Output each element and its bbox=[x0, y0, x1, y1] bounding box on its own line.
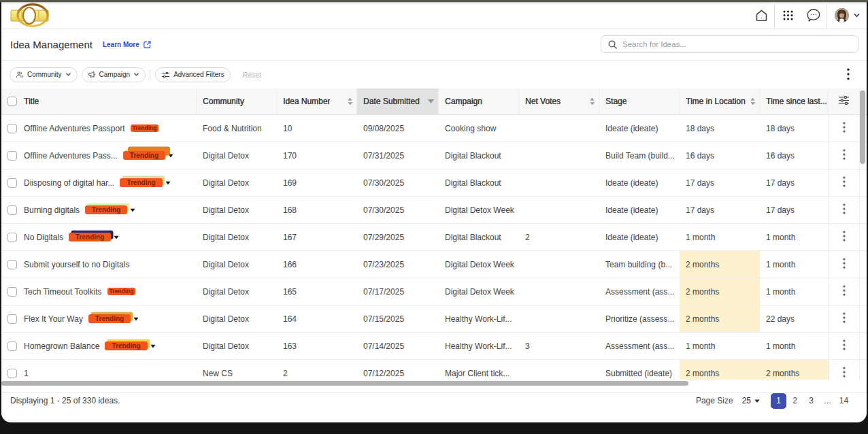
row-actions-button[interactable] bbox=[829, 115, 860, 141]
row-checkbox[interactable] bbox=[7, 341, 17, 351]
row-actions-button[interactable] bbox=[829, 278, 860, 305]
column-label: Time in Location bbox=[686, 97, 746, 106]
results-summary: Displaying 1 - 25 of 330 ideas. bbox=[10, 396, 120, 405]
idea-title-link[interactable]: Burning digitals bbox=[24, 205, 80, 215]
stage-value: Assessment (ass... bbox=[605, 341, 674, 351]
row-actions-button[interactable] bbox=[829, 169, 860, 196]
company-logo-icon[interactable] bbox=[10, 3, 49, 27]
app-switcher-button[interactable] bbox=[775, 2, 801, 29]
sliders-icon bbox=[161, 71, 170, 79]
page-button-2[interactable]: 2 bbox=[787, 393, 803, 409]
cell-date-submitted: 07/12/2025 bbox=[357, 360, 439, 380]
search-input[interactable] bbox=[622, 40, 852, 48]
cell-net-votes: 3 bbox=[519, 333, 599, 359]
column-header-netVotes[interactable]: Net Votes bbox=[519, 88, 599, 114]
time-since-last-value: 1 month bbox=[766, 341, 795, 351]
kebab-menu-icon bbox=[843, 285, 846, 298]
row-checkbox[interactable] bbox=[7, 369, 17, 378]
badge-expand-caret-icon[interactable] bbox=[114, 235, 119, 239]
stage-value: Ideate (ideate) bbox=[605, 233, 658, 242]
cell-time-since-last: 17 days bbox=[760, 169, 829, 196]
more-options-button[interactable] bbox=[841, 65, 855, 83]
column-header-title[interactable]: Title bbox=[1, 88, 197, 114]
time-in-location-value: 17 days bbox=[686, 205, 714, 215]
idea-title-link[interactable]: No Digitals bbox=[24, 233, 63, 242]
cell-stage: Ideate (ideate) bbox=[599, 115, 680, 141]
chevron-down-icon bbox=[853, 12, 861, 19]
row-checkbox[interactable] bbox=[7, 314, 17, 324]
select-all-checkbox[interactable] bbox=[7, 97, 17, 106]
sort-icon[interactable] bbox=[747, 97, 756, 105]
idea-number-value: 164 bbox=[283, 314, 297, 324]
sort-icon[interactable] bbox=[586, 97, 595, 105]
badge-expand-caret-icon[interactable] bbox=[150, 344, 156, 348]
badge-expand-caret-icon[interactable] bbox=[130, 208, 135, 212]
stage-value: Ideate (ideate) bbox=[605, 124, 658, 133]
column-header-ideaNumber[interactable]: Idea Number bbox=[277, 88, 357, 114]
date-submitted-value: 09/08/2025 bbox=[363, 124, 404, 133]
row-checkbox[interactable] bbox=[7, 124, 17, 133]
cell-time-in-location: 1 month bbox=[680, 333, 760, 359]
user-menu[interactable] bbox=[827, 2, 867, 29]
page-button-14[interactable]: 14 bbox=[836, 393, 852, 409]
row-checkbox[interactable] bbox=[7, 151, 17, 161]
cell-campaign: Digital Blackout bbox=[439, 142, 519, 169]
row-actions-button[interactable] bbox=[829, 142, 860, 169]
time-in-location-value: 1 month bbox=[686, 341, 715, 351]
row-actions-button[interactable] bbox=[829, 360, 860, 380]
column-settings-button[interactable] bbox=[829, 88, 860, 114]
idea-title-link[interactable]: Offline Adventures Pass... bbox=[24, 151, 118, 161]
row-actions-button[interactable] bbox=[829, 251, 860, 278]
community-filter-button[interactable]: Community bbox=[10, 67, 78, 82]
horizontal-scrollbar[interactable] bbox=[1, 381, 688, 386]
column-header-campaign[interactable]: Campaign bbox=[439, 88, 519, 114]
idea-title-link[interactable]: Diisposing of digital har... bbox=[24, 178, 114, 188]
row-checkbox[interactable] bbox=[7, 233, 17, 242]
idea-title-link[interactable]: Homegrown Balance bbox=[24, 341, 99, 351]
row-actions-button[interactable] bbox=[829, 305, 860, 332]
sort-desc-icon[interactable] bbox=[424, 99, 435, 104]
column-label: Campaign bbox=[445, 97, 482, 106]
page-button-3[interactable]: 3 bbox=[803, 393, 819, 409]
row-actions-button[interactable] bbox=[829, 224, 860, 250]
idea-title-link[interactable]: 1 bbox=[24, 369, 29, 378]
user-avatar bbox=[835, 8, 849, 22]
badge-expand-caret-icon[interactable] bbox=[133, 317, 139, 321]
idea-title-link[interactable]: Submit yourself to no Digitals bbox=[24, 260, 129, 269]
vertical-scrollbar[interactable] bbox=[860, 90, 865, 164]
column-header-timeInLocation[interactable]: Time in Location bbox=[680, 88, 760, 114]
cell-community: Digital Detox bbox=[197, 197, 277, 223]
badge-expand-caret-icon[interactable] bbox=[165, 181, 171, 185]
row-actions-button[interactable] bbox=[829, 333, 860, 359]
learn-more-link[interactable]: Learn More bbox=[103, 40, 152, 49]
column-header-dateSubmitted[interactable]: Date Submitted bbox=[357, 88, 439, 114]
sort-icon[interactable] bbox=[344, 97, 353, 105]
cell-title: Tech Timeout ToolkitsTrending bbox=[1, 278, 197, 305]
date-submitted-value: 07/23/2025 bbox=[363, 260, 404, 269]
row-checkbox[interactable] bbox=[7, 178, 17, 188]
page-size-select[interactable]: 25 bbox=[742, 396, 760, 405]
idea-title-link[interactable]: Tech Timeout Toolkits bbox=[24, 287, 102, 297]
advanced-filters-button[interactable]: Advanced Filters bbox=[155, 67, 230, 82]
cell-campaign: Cooking show bbox=[439, 115, 519, 141]
page-button-1[interactable]: 1 bbox=[771, 393, 786, 409]
idea-title-link[interactable]: Offline Adventures Passport bbox=[24, 124, 125, 133]
cell-campaign: Healthy Work-Lif... bbox=[439, 305, 519, 332]
row-checkbox[interactable] bbox=[7, 205, 17, 215]
column-header-community[interactable]: Community bbox=[197, 88, 277, 114]
row-checkbox[interactable] bbox=[7, 287, 17, 297]
row-actions-button[interactable] bbox=[829, 197, 860, 223]
home-button[interactable] bbox=[748, 2, 774, 29]
community-filter-label: Community bbox=[27, 71, 62, 78]
cell-date-submitted: 07/30/2025 bbox=[357, 169, 439, 196]
campaign-value: Healthy Work-Lif... bbox=[445, 314, 512, 324]
column-header-stage[interactable]: Stage bbox=[599, 88, 680, 114]
row-checkbox[interactable] bbox=[7, 260, 17, 269]
messages-button[interactable] bbox=[801, 2, 827, 29]
column-header-timeSinceLast[interactable]: Time since last... bbox=[760, 88, 829, 114]
reset-filters-button[interactable]: Reset bbox=[243, 71, 261, 79]
campaign-filter-button[interactable]: Campaign bbox=[82, 67, 146, 82]
idea-title-link[interactable]: Flex It Your Way bbox=[24, 314, 83, 324]
badge-label: Trending bbox=[88, 314, 131, 323]
campaign-value: Digital Blackout bbox=[445, 151, 501, 161]
